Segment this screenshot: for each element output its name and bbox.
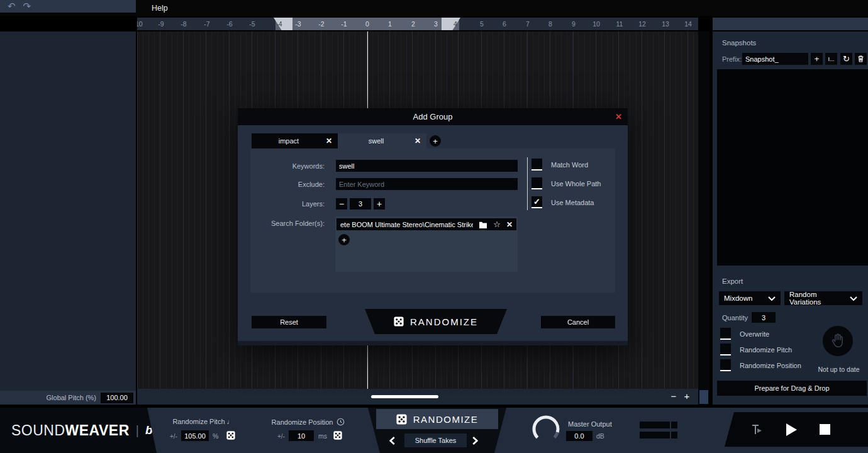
ruler-tick-label: -3 — [295, 20, 301, 28]
snapshots-title: Snapshots — [722, 39, 756, 47]
overwrite-checkbox[interactable] — [720, 328, 731, 340]
use-metadata-checkbox[interactable]: ✓ — [531, 196, 542, 208]
scrollbar-thumb[interactable] — [371, 395, 438, 398]
use-whole-path-row: Use Whole Path — [531, 177, 601, 189]
stop-icon[interactable] — [820, 424, 830, 435]
ruler-tick-label: -2 — [318, 20, 324, 28]
dialog-randomize-button[interactable]: RANDOMIZE — [365, 309, 507, 334]
pitch-dice-icon[interactable] — [226, 431, 235, 440]
dialog-close-icon[interactable]: ✕ — [615, 112, 622, 121]
master-output-knob[interactable] — [530, 413, 562, 445]
prepare-drag-drop-button[interactable]: Prepare for Drag & Drop — [717, 381, 867, 396]
snapshot-list[interactable] — [717, 69, 868, 266]
clock-icon — [337, 418, 345, 426]
prepare-drag-drop-label: Prepare for Drag & Drop — [754, 384, 829, 392]
snapshot-prefix-input[interactable] — [742, 53, 808, 65]
chevron-down-icon — [768, 296, 776, 301]
cancel-button-label: Cancel — [567, 318, 589, 326]
export-format-dropdown[interactable]: Mixdown — [719, 291, 781, 305]
form-divider — [527, 157, 528, 210]
randomize-pitch-checkbox[interactable] — [720, 344, 731, 355]
soundweaver-app: File Edit Add Options Help ↶ ↷ -10 -9 -8… — [0, 0, 868, 453]
menu-help[interactable]: Help — [143, 4, 177, 13]
folder-icon[interactable] — [479, 221, 487, 228]
tab-impact-label: impact — [252, 137, 326, 145]
ruler-tick-label: -5 — [249, 20, 255, 28]
add-tab-button[interactable]: + — [430, 135, 441, 147]
favorite-star-icon[interactable]: ☆ — [493, 220, 501, 229]
zoom-out-button[interactable]: − — [669, 391, 679, 401]
ruler-tick-label: 8 — [548, 20, 552, 28]
undo-redo-bar: ↶ ↷ — [0, 0, 136, 13]
previous-take-icon[interactable] — [389, 437, 395, 445]
brand-weaver: WEAVER — [65, 422, 130, 439]
quantity-label: Quantity — [722, 314, 748, 322]
randomize-pitch-label: Randomize Pitch — [740, 346, 792, 354]
prefix-label: Prefix: — [722, 55, 742, 63]
redo-icon[interactable]: ↷ — [23, 0, 31, 13]
ruler-tick-label: 10 — [593, 20, 600, 28]
next-take-icon[interactable] — [472, 437, 478, 445]
layers-value[interactable]: 3 — [350, 198, 371, 210]
delete-snapshot-button[interactable] — [855, 53, 867, 65]
export-title: Export — [722, 277, 743, 285]
ruler-tick-label: 4 — [453, 20, 457, 28]
add-folder-button[interactable]: + — [338, 234, 350, 245]
play-icon[interactable] — [786, 423, 797, 436]
layers-increment-button[interactable]: + — [374, 198, 385, 210]
ruler-tick-label: -1 — [341, 20, 347, 28]
randomize-position-section-label: Randomize Position — [267, 418, 349, 426]
randomize-position-text: Randomize Position — [272, 418, 333, 426]
main-randomize-button[interactable]: RANDOMIZE — [376, 409, 498, 429]
tab-impact[interactable]: impact ✕ — [252, 133, 338, 148]
master-output-input[interactable] — [566, 431, 593, 441]
vertical-scrollbar-thumb[interactable] — [699, 390, 708, 404]
exclude-input[interactable] — [336, 178, 518, 190]
horizontal-scrollbar[interactable]: − + — [137, 389, 698, 405]
timeline-ruler[interactable]: -10 -9 -8 -7 -6 -5 -4 -3 -2 -1 0 1 2 3 4… — [137, 18, 698, 30]
rename-snapshot-button[interactable]: I... — [825, 53, 837, 65]
layers-label: Layers: — [250, 200, 325, 208]
zoom-in-button[interactable]: + — [682, 391, 692, 401]
position-dice-icon[interactable] — [333, 431, 342, 440]
ruler-tick-label: 12 — [638, 20, 646, 28]
add-snapshot-button[interactable]: + — [811, 53, 823, 65]
cancel-button[interactable]: Cancel — [541, 316, 615, 328]
reset-button[interactable]: Reset — [252, 316, 326, 328]
use-whole-path-label: Use Whole Path — [551, 180, 601, 187]
quantity-input[interactable] — [752, 312, 776, 323]
randomize-section: RANDOMIZE Shuffle Takes — [368, 408, 506, 453]
pitch-amount-input[interactable] — [181, 430, 209, 441]
global-pitch-row: Global Pitch (%) — [0, 391, 136, 405]
folder-path: ete BOOM Ultimate Stereo\Cinematic Strik… — [340, 221, 473, 228]
keywords-input[interactable] — [336, 160, 518, 172]
randomize-position-checkbox[interactable] — [720, 359, 731, 371]
position-amount-input[interactable] — [289, 430, 314, 441]
ruler-tick-label: 0 — [365, 20, 369, 28]
global-pitch-input[interactable] — [101, 393, 133, 403]
use-whole-path-checkbox[interactable] — [531, 177, 542, 189]
undo-icon[interactable]: ↶ — [8, 0, 16, 13]
minus-icon: − — [339, 199, 344, 209]
refresh-snapshots-button[interactable]: ↻ — [840, 53, 852, 65]
play-from-marker-icon[interactable] — [750, 424, 764, 435]
brand-sound: SOUND — [11, 422, 65, 439]
tab-impact-close-icon[interactable]: ✕ — [326, 137, 332, 145]
ruler-tick-label: -8 — [181, 20, 186, 28]
tab-swell-close-icon[interactable]: ✕ — [415, 137, 421, 145]
meter-tick — [670, 422, 671, 428]
layers-decrement-button[interactable]: − — [336, 198, 347, 210]
group-form-panel: Keywords: Exclude: Layers: − 3 + Search … — [250, 148, 615, 293]
export-variations-dropdown[interactable]: Random Variations — [784, 291, 862, 305]
dialog-randomize-label: RANDOMIZE — [410, 316, 478, 327]
main-randomize-label: RANDOMIZE — [413, 414, 479, 425]
remove-folder-icon[interactable]: ✕ — [506, 220, 513, 229]
match-word-checkbox[interactable] — [531, 159, 542, 171]
dice-icon — [394, 316, 404, 327]
ruler-tick-label: 1 — [388, 20, 392, 28]
shuffle-takes-button[interactable]: Shuffle Takes — [404, 433, 467, 447]
randomize-pitch-text: Randomize Pitch — [172, 418, 225, 425]
randomize-position-row: Randomize Position — [720, 359, 801, 371]
ruler-tick-label: 6 — [503, 20, 506, 28]
tab-swell[interactable]: swell ✕ — [338, 133, 426, 148]
